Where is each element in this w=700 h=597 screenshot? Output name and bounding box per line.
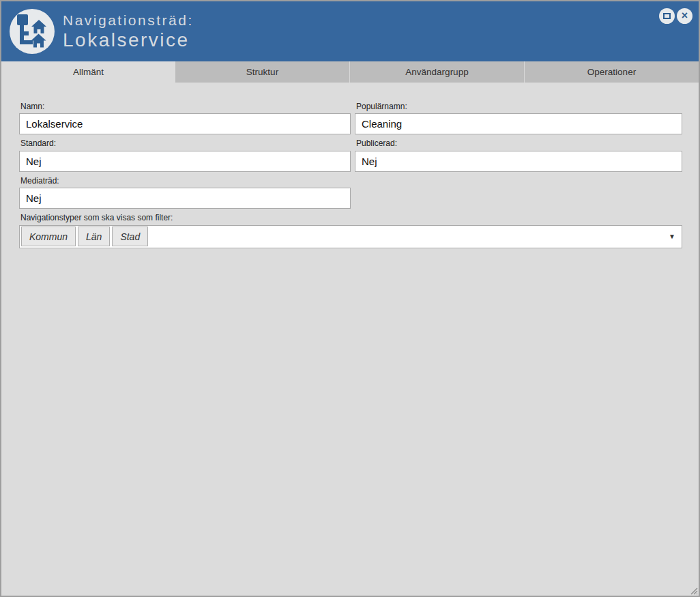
window-controls: × bbox=[659, 8, 692, 24]
tab-struktur[interactable]: Struktur bbox=[175, 61, 349, 83]
maximize-button[interactable] bbox=[659, 8, 675, 24]
field-standard: Standard: bbox=[19, 139, 351, 171]
chip-stad[interactable]: Stad bbox=[112, 227, 148, 246]
title-bar: Navigationsträd: Lokalservice × bbox=[1, 1, 699, 61]
popularnamn-input[interactable] bbox=[355, 113, 682, 134]
window-title: Navigationsträd: Lokalservice bbox=[63, 12, 194, 51]
mediatrad-label: Mediaträd: bbox=[20, 176, 351, 186]
standard-label: Standard: bbox=[20, 139, 351, 148]
field-popularnamn: Populärnamn: bbox=[355, 102, 682, 134]
maximize-icon bbox=[663, 13, 671, 19]
publicerad-label: Publicerad: bbox=[356, 139, 682, 148]
publicerad-input[interactable] bbox=[355, 151, 682, 172]
namn-input[interactable] bbox=[19, 113, 351, 134]
mediatrad-input[interactable] bbox=[19, 188, 351, 209]
chip-lan[interactable]: Län bbox=[78, 227, 110, 246]
field-navigationstyper-filter: Navigationstyper som ska visas som filte… bbox=[19, 213, 682, 248]
navigation-tree-icon bbox=[10, 9, 55, 54]
form-grid: Namn: Populärnamn: Standard: Publicerad:… bbox=[19, 102, 681, 209]
navigationstyper-multiselect[interactable]: Kommun Län Stad ▼ bbox=[19, 225, 682, 248]
window-title-type: Navigationsträd: bbox=[63, 12, 194, 29]
tab-anvandargrupp[interactable]: Användargrupp bbox=[349, 61, 524, 83]
tab-bar: Allmänt Struktur Användargrupp Operation… bbox=[1, 61, 699, 83]
field-publicerad: Publicerad: bbox=[355, 139, 682, 171]
field-namn: Namn: bbox=[19, 102, 351, 134]
namn-label: Namn: bbox=[20, 102, 351, 111]
close-button[interactable]: × bbox=[677, 8, 692, 24]
standard-input[interactable] bbox=[19, 151, 351, 172]
close-icon: × bbox=[682, 10, 688, 21]
tab-allmant[interactable]: Allmänt bbox=[1, 61, 175, 83]
popularnamn-label: Populärnamn: bbox=[356, 102, 682, 111]
dialog-window: Navigationsträd: Lokalservice × Allmänt … bbox=[0, 0, 700, 597]
window-title-name: Lokalservice bbox=[63, 29, 194, 51]
field-spacer bbox=[355, 176, 682, 209]
tab-operationer[interactable]: Operationer bbox=[524, 61, 699, 83]
field-mediatrad: Mediaträd: bbox=[19, 176, 351, 209]
chip-kommun[interactable]: Kommun bbox=[21, 227, 76, 246]
dropdown-arrow-icon[interactable]: ▼ bbox=[669, 233, 675, 240]
tab-panel-allmant: Namn: Populärnamn: Standard: Publicerad:… bbox=[1, 83, 699, 596]
navigationstyper-filter-label: Navigationstyper som ska visas som filte… bbox=[20, 213, 682, 222]
resize-grip[interactable] bbox=[688, 585, 698, 595]
